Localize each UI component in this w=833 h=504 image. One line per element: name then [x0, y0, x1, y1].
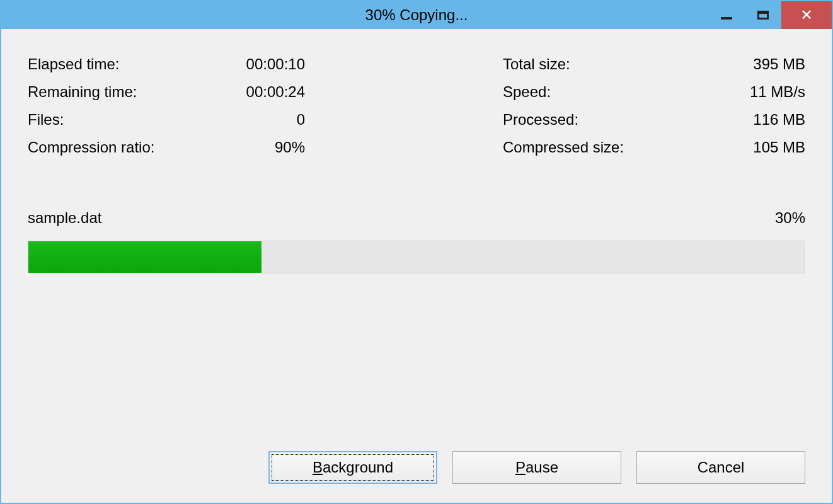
- speed-row: Speed: 11 MB/s: [503, 81, 805, 103]
- speed-label: Speed:: [503, 81, 551, 103]
- total-size-label: Total size:: [503, 53, 570, 76]
- button-row: Background Pause Cancel: [268, 451, 805, 484]
- processed-value: 116 MB: [753, 108, 805, 131]
- titlebar[interactable]: 30% Copying... ✕: [1, 1, 832, 29]
- compression-ratio-row: Compression ratio: 90%: [28, 136, 305, 159]
- window-title: 30% Copying...: [365, 6, 468, 24]
- stats-row: Elapsed time: 00:00:10 Remaining time: 0…: [28, 53, 805, 159]
- elapsed-time-label: Elapsed time:: [28, 53, 119, 76]
- processed-row: Processed: 116 MB: [503, 108, 805, 131]
- compressed-size-label: Compressed size:: [503, 136, 624, 159]
- stats-right-column: Total size: 395 MB Speed: 11 MB/s Proces…: [503, 53, 805, 159]
- elapsed-time-row: Elapsed time: 00:00:10: [28, 53, 305, 76]
- maximize-icon: [757, 11, 769, 20]
- remaining-time-label: Remaining time:: [28, 81, 137, 103]
- window-controls: ✕: [708, 1, 832, 29]
- background-button[interactable]: Background: [268, 451, 437, 484]
- minimize-icon: [721, 17, 732, 20]
- processed-label: Processed:: [503, 108, 578, 131]
- close-button[interactable]: ✕: [781, 1, 832, 29]
- compression-ratio-value: 90%: [275, 136, 305, 159]
- elapsed-time-value: 00:00:10: [246, 53, 305, 76]
- stats-left-column: Elapsed time: 00:00:10 Remaining time: 0…: [28, 53, 305, 159]
- pause-button-label: Pause: [515, 459, 558, 476]
- files-label: Files:: [28, 108, 64, 131]
- current-file-row: sample.dat 30%: [28, 209, 805, 227]
- remaining-time-value: 00:00:24: [246, 81, 305, 103]
- remaining-time-row: Remaining time: 00:00:24: [28, 81, 305, 103]
- files-row: Files: 0: [28, 108, 305, 131]
- total-size-value: 395 MB: [753, 53, 805, 76]
- background-button-label: Background: [313, 459, 393, 476]
- compressed-size-value: 105 MB: [753, 136, 805, 159]
- current-file-name: sample.dat: [28, 209, 101, 227]
- dialog-content: Elapsed time: 00:00:10 Remaining time: 0…: [1, 29, 832, 503]
- current-file-percent: 30%: [775, 209, 805, 227]
- pause-button[interactable]: Pause: [452, 451, 621, 484]
- compression-ratio-label: Compression ratio:: [28, 136, 154, 159]
- cancel-button[interactable]: Cancel: [636, 451, 805, 484]
- dialog-window: 30% Copying... ✕ Elapsed time: 00:00:10 …: [0, 0, 833, 504]
- cancel-button-label: Cancel: [698, 459, 745, 476]
- progress-bar: [28, 241, 805, 273]
- minimize-button[interactable]: [708, 1, 745, 29]
- speed-value: 11 MB/s: [750, 81, 805, 103]
- progress-bar-fill: [28, 241, 261, 273]
- maximize-button[interactable]: [745, 1, 781, 29]
- close-icon: ✕: [800, 8, 813, 23]
- files-value: 0: [297, 108, 305, 131]
- compressed-size-row: Compressed size: 105 MB: [503, 136, 805, 159]
- total-size-row: Total size: 395 MB: [503, 53, 805, 76]
